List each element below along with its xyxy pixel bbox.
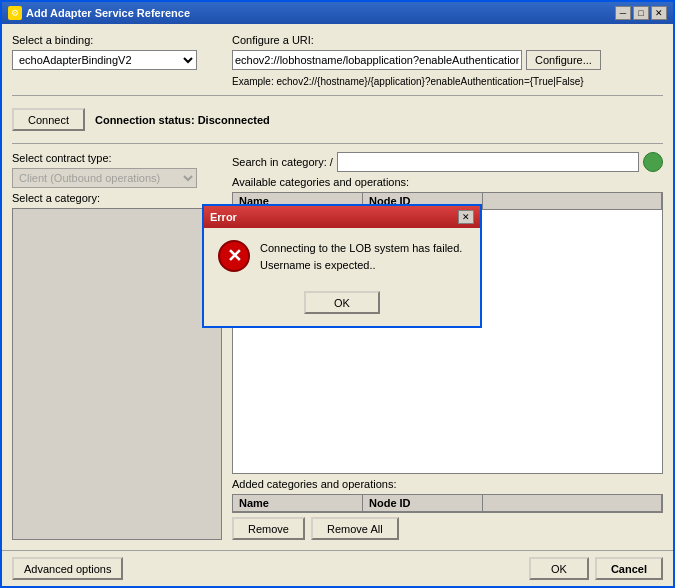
contract-select[interactable]: Client (Outbound operations) — [12, 168, 197, 188]
added-table-label: Added categories and operations: — [232, 478, 663, 490]
title-buttons: ─ □ ✕ — [615, 6, 667, 20]
search-row: Search in category: / — [232, 152, 663, 172]
divider-1 — [12, 95, 663, 96]
advanced-options-button[interactable]: Advanced options — [12, 557, 123, 580]
window-icon: ⚙ — [8, 6, 22, 20]
table-action-buttons: Remove Remove All — [232, 517, 663, 540]
added-section: Added categories and operations: Name No… — [232, 478, 663, 540]
main-window: ⚙ Add Adapter Service Reference ─ □ ✕ Se… — [0, 0, 675, 588]
added-col-extra — [483, 495, 662, 511]
close-button[interactable]: ✕ — [651, 6, 667, 20]
minimize-button[interactable]: ─ — [615, 6, 631, 20]
title-bar: ⚙ Add Adapter Service Reference ─ □ ✕ — [2, 2, 673, 24]
error-message: Connecting to the LOB system has failed.… — [260, 240, 466, 273]
binding-label: Select a binding: — [12, 34, 222, 46]
error-icon-circle: ✕ — [218, 240, 250, 272]
left-panel: Select contract type: Client (Outbound o… — [12, 152, 222, 540]
uri-label: Configure a URI: — [232, 34, 663, 46]
configure-button[interactable]: Configure... — [526, 50, 601, 70]
connect-button[interactable]: Connect — [12, 108, 85, 131]
bottom-right: OK Cancel — [529, 557, 663, 580]
title-bar-left: ⚙ Add Adapter Service Reference — [8, 6, 190, 20]
added-table-header: Name Node ID — [233, 495, 662, 512]
category-listbox[interactable] — [12, 208, 222, 540]
error-title: Error — [210, 211, 237, 223]
cancel-button[interactable]: Cancel — [595, 557, 663, 580]
available-col-extra — [483, 193, 662, 209]
ok-button[interactable]: OK — [529, 557, 589, 580]
error-ok-button[interactable]: OK — [304, 291, 380, 314]
bottom-left: Advanced options — [12, 557, 123, 580]
binding-select[interactable]: echoAdapterBindingV2 — [12, 50, 197, 70]
uri-input[interactable] — [232, 50, 522, 70]
search-go-button[interactable] — [643, 152, 663, 172]
error-buttons: OK — [204, 285, 480, 326]
added-col-nodeid: Node ID — [363, 495, 483, 511]
search-label: Search in category: / — [232, 156, 333, 168]
search-input[interactable] — [337, 152, 639, 172]
top-row: Select a binding: echoAdapterBindingV2 C… — [12, 34, 663, 87]
error-icon: ✕ — [218, 240, 250, 272]
maximize-button[interactable]: □ — [633, 6, 649, 20]
remove-all-button[interactable]: Remove All — [311, 517, 399, 540]
remove-button[interactable]: Remove — [232, 517, 305, 540]
connect-row: Connect Connection status: Disconnected — [12, 104, 663, 135]
available-table-label: Available categories and operations: — [232, 176, 663, 188]
error-close-button[interactable]: ✕ — [458, 210, 474, 224]
error-title-bar: Error ✕ — [204, 206, 480, 228]
error-dialog: Error ✕ ✕ Connecting to the LOB system h… — [202, 204, 482, 328]
bottom-bar: Advanced options OK Cancel — [2, 550, 673, 586]
category-label: Select a category: — [12, 192, 222, 204]
divider-2 — [12, 143, 663, 144]
uri-example: Example: echov2://{hostname}/{applicatio… — [232, 76, 663, 87]
error-content: ✕ Connecting to the LOB system has faile… — [204, 228, 480, 285]
window-title: Add Adapter Service Reference — [26, 7, 190, 19]
content-area: Select a binding: echoAdapterBindingV2 C… — [2, 24, 673, 550]
contract-label: Select contract type: — [12, 152, 222, 164]
uri-section: Configure a URI: Configure... Example: e… — [232, 34, 663, 87]
added-col-name: Name — [233, 495, 363, 511]
binding-section: Select a binding: echoAdapterBindingV2 — [12, 34, 222, 70]
connection-status-label: Connection status: Disconnected — [95, 114, 270, 126]
added-table: Name Node ID — [232, 494, 663, 513]
